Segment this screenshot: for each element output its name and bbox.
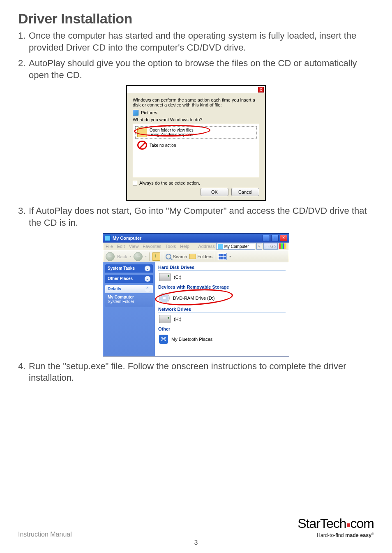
- search-button[interactable]: Search: [166, 254, 187, 259]
- sidebar-header-other-places[interactable]: Other Places ⌄: [105, 275, 153, 283]
- brand-logo: StarTechcom Hard-to-find made easy®: [297, 516, 374, 538]
- close-icon[interactable]: X: [258, 87, 264, 93]
- separator: [163, 252, 163, 261]
- go-button[interactable]: → Go: [263, 243, 278, 250]
- go-label: Go: [270, 244, 276, 249]
- step-text: Run the "setup.exe" file. Follow the ons…: [29, 361, 374, 384]
- steps-list: 1. Once the computer has started and the…: [18, 30, 374, 81]
- steps-list: 3. If AutoPlay does not start, Go into "…: [18, 205, 374, 229]
- details-name: My Computer: [108, 295, 150, 299]
- sidebar-header-label: System Tasks: [108, 266, 135, 271]
- menu-favorites[interactable]: Favorites: [143, 244, 161, 249]
- options-listbox[interactable]: Open folder to view files using Windows …: [133, 124, 259, 177]
- sidebar-panel-details: Details ⌃ My Computer System Folder: [105, 285, 153, 307]
- windows-flag-icon: [279, 243, 286, 249]
- brand-dot-icon: [347, 523, 350, 527]
- maximize-button[interactable]: □: [271, 235, 279, 241]
- folder-icon: [137, 127, 147, 137]
- drive-item-dvd[interactable]: DVD-RAM Drive (D:): [158, 290, 286, 306]
- sidebar-panel-places: Other Places ⌄: [105, 275, 153, 283]
- my-computer-icon: [218, 244, 223, 249]
- address-value: My Computer: [224, 244, 249, 249]
- section-removable-storage: Devices with Removable Storage: [158, 285, 286, 290]
- address-label: Address: [198, 244, 214, 249]
- chevron-icon: ⌃: [145, 286, 150, 292]
- back-button[interactable]: ←: [106, 252, 115, 261]
- section-other: Other: [158, 326, 286, 332]
- registered-mark: ®: [371, 532, 374, 536]
- option-take-no-action[interactable]: Take no action: [136, 140, 256, 150]
- address-bar[interactable]: My Computer: [216, 243, 255, 250]
- sidebar-header-label: Other Places: [108, 276, 133, 281]
- footer-label: Instruction Manual: [18, 531, 72, 538]
- minimize-button[interactable]: _: [263, 235, 270, 241]
- up-folder-button[interactable]: [152, 252, 160, 261]
- option-sublabel: using Windows Explorer: [150, 132, 194, 137]
- drive-item-h[interactable]: (H:): [158, 312, 286, 326]
- dialog-titlebar: X: [127, 86, 265, 93]
- hard-drive-icon: [159, 273, 171, 281]
- page-footer: Instruction Manual StarTechcom Hard-to-f…: [18, 516, 374, 538]
- address-dropdown-icon[interactable]: v: [256, 243, 262, 250]
- menu-edit[interactable]: Edit: [117, 244, 125, 249]
- chevron-icon: ⌄: [145, 276, 150, 282]
- toolbar: ← Back ▾ → ▾ Search Folders ▾: [103, 251, 289, 262]
- sidebar-header-details[interactable]: Details ⌃: [105, 285, 153, 293]
- tagline-b: made easy: [345, 532, 371, 538]
- menu-bar: File Edit View Favorites Tools Help Addr…: [103, 243, 289, 251]
- step-number: 3.: [18, 205, 29, 229]
- brand-name-a: StarTech: [297, 516, 346, 531]
- option-label: Open folder to view files: [150, 128, 194, 132]
- menu-view[interactable]: View: [129, 244, 139, 249]
- tagline-a: Hard-to-find: [317, 532, 345, 538]
- step-text: Once the computer has started and the op…: [29, 30, 374, 53]
- chevron-icon: ⌄: [145, 266, 150, 271]
- page-number: 3: [194, 539, 198, 546]
- separator: [215, 252, 215, 261]
- folders-button[interactable]: Folders: [189, 254, 212, 259]
- search-icon: [166, 254, 171, 259]
- option-open-folder[interactable]: Open folder to view files using Windows …: [136, 127, 256, 138]
- drive-label: (H:): [174, 317, 181, 322]
- menu-tools[interactable]: Tools: [166, 244, 176, 249]
- checkbox-label: Always do the selected action.: [139, 180, 200, 185]
- search-label: Search: [173, 254, 187, 259]
- sidebar-header-system-tasks[interactable]: System Tasks ⌄: [105, 264, 153, 273]
- menu-help[interactable]: Help: [180, 244, 189, 249]
- page-title: Driver Installation: [18, 11, 374, 27]
- item-bluetooth-places[interactable]: ⌘ My Bluetooth Places: [158, 332, 286, 346]
- my-computer-icon: [105, 235, 111, 241]
- step-text: If AutoPlay does not start, Go into "My …: [29, 205, 374, 229]
- no-action-icon: [137, 141, 147, 150]
- sidebar-header-label: Details: [108, 287, 121, 291]
- bluetooth-icon: ⌘: [159, 335, 168, 344]
- dropdown-arrow-icon[interactable]: ▾: [145, 255, 147, 258]
- section-network-drives: Network Drives: [158, 307, 286, 312]
- drive-label: (C:): [174, 275, 181, 280]
- figure-autoplay: X Windows can perform the same action ea…: [18, 85, 374, 201]
- views-button[interactable]: [218, 253, 227, 260]
- dvd-drive-icon: [159, 293, 170, 303]
- step-number: 4.: [18, 361, 29, 384]
- figure-my-computer: My Computer _ □ X File Edit View Favorit…: [18, 233, 374, 356]
- close-button[interactable]: X: [280, 235, 287, 241]
- drive-item-c[interactable]: (C:): [158, 271, 286, 284]
- dropdown-arrow-icon[interactable]: ▾: [129, 255, 131, 258]
- dialog-message: Windows can perform the same action each…: [133, 97, 259, 107]
- menu-file[interactable]: File: [106, 244, 113, 249]
- forward-button[interactable]: →: [134, 252, 143, 261]
- dropdown-arrow-icon[interactable]: ▾: [229, 255, 231, 258]
- section-hard-disk-drives: Hard Disk Drives: [158, 265, 286, 271]
- brand-name-b: com: [350, 516, 374, 531]
- network-drive-icon: [159, 315, 171, 323]
- step-number: 2.: [18, 58, 29, 81]
- window-title: My Computer: [113, 236, 261, 241]
- cancel-button[interactable]: Cancel: [231, 188, 259, 196]
- my-computer-window: My Computer _ □ X File Edit View Favorit…: [103, 233, 289, 356]
- explorer-sidebar: System Tasks ⌄ Other Places ⌄ Details: [103, 262, 155, 356]
- checkbox-icon[interactable]: [133, 181, 137, 185]
- content-type-row: Pictures: [133, 110, 259, 116]
- ok-button[interactable]: OK: [201, 188, 228, 196]
- always-checkbox-row[interactable]: Always do the selected action.: [133, 180, 259, 185]
- sidebar-panel-tasks: System Tasks ⌄: [105, 264, 153, 273]
